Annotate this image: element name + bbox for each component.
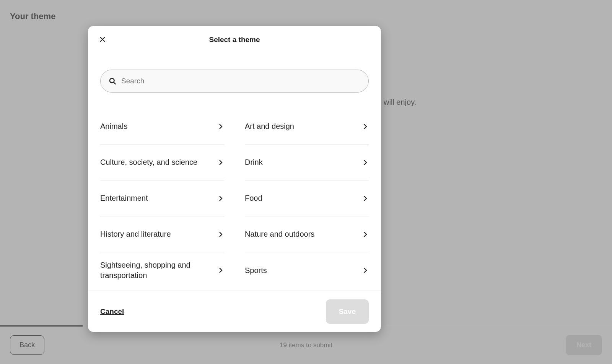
chevron-right-icon [217,159,224,166]
close-button[interactable] [99,36,106,44]
modal-header: Select a theme [88,26,381,54]
search-input[interactable] [100,70,369,93]
theme-label: Drink [245,157,267,167]
theme-item-sightseeing-shopping-transportation[interactable]: Sightseeing, shopping and transportation [100,252,224,288]
modal-title: Select a theme [209,36,260,44]
theme-item-sports[interactable]: Sports [245,252,369,288]
theme-label: History and literature [100,229,176,239]
theme-label: Entertainment [100,193,153,203]
chevron-right-icon [217,123,224,130]
search-wrapper [100,70,369,93]
theme-item-drink[interactable]: Drink [245,145,369,180]
chevron-right-icon [362,231,369,238]
close-icon [99,36,106,44]
chevron-right-icon [217,231,224,238]
chevron-right-icon [217,195,224,202]
theme-label: Sightseeing, shopping and transportation [100,260,217,281]
theme-label: Culture, society, and science [100,157,202,167]
theme-item-nature-outdoors[interactable]: Nature and outdoors [245,216,369,252]
save-button[interactable]: Save [326,299,369,324]
theme-label: Nature and outdoors [245,229,319,239]
theme-label: Food [245,193,267,203]
theme-label: Animals [100,121,132,132]
theme-item-culture-society-science[interactable]: Culture, society, and science [100,145,224,180]
chevron-right-icon [362,195,369,202]
svg-point-2 [110,78,114,83]
select-theme-modal: Select a theme Animals Art and design Cu… [88,26,381,332]
chevron-right-icon [362,267,369,274]
theme-item-food[interactable]: Food [245,180,369,216]
theme-item-entertainment[interactable]: Entertainment [100,180,224,216]
modal-footer: Cancel Save [88,291,381,332]
chevron-right-icon [362,159,369,166]
modal-body: Animals Art and design Culture, society,… [88,54,381,291]
theme-label: Art and design [245,121,299,132]
chevron-right-icon [217,267,224,274]
search-icon [109,77,116,85]
cancel-button[interactable]: Cancel [100,307,124,316]
theme-label: Sports [245,265,272,276]
theme-item-art-and-design[interactable]: Art and design [245,109,369,145]
svg-line-3 [114,82,116,84]
theme-grid: Animals Art and design Culture, society,… [100,109,369,288]
theme-item-animals[interactable]: Animals [100,109,224,145]
theme-item-history-literature[interactable]: History and literature [100,216,224,252]
chevron-right-icon [362,123,369,130]
